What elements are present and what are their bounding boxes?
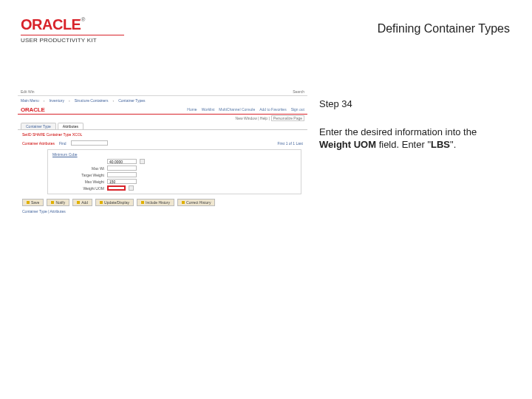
personalize-link[interactable]: Personalize Page <box>271 115 304 121</box>
brand-bar: ORACLE Home Worklist MultiChannel Consol… <box>18 105 307 114</box>
step-number: Step 34 <box>319 98 504 111</box>
crumb-main[interactable]: Main Menu <box>21 98 39 103</box>
instr-mid: field. Enter " <box>376 139 431 150</box>
sub-links: New Window | Help | Personalize Page <box>18 115 307 122</box>
instruction-body: Enter the desired information into the W… <box>319 126 504 151</box>
instr-value: LBS <box>431 139 450 150</box>
window-title-left: Edit Win <box>21 89 35 94</box>
form-box-title[interactable]: Minimum Cube <box>52 152 296 157</box>
min-cube-field[interactable]: 40.0000 <box>107 159 137 164</box>
notify-button-label: Notify <box>55 200 65 205</box>
include-history-button-label: Include History <box>146 200 170 205</box>
update-display-button-label: Update/Display <box>104 200 129 205</box>
add-button-label: Add <box>81 200 88 205</box>
attr-find[interactable]: Find <box>59 141 66 146</box>
save-button-label: Save <box>31 200 39 205</box>
page-tabs: Container Type Attributes <box>18 122 307 130</box>
weight-uom-field[interactable] <box>107 185 126 191</box>
upk-logo: ORACLE® USER PRODUCTIVITY KIT <box>21 16 124 44</box>
entity-header: SetID SHARE Container Type XCOL <box>18 130 307 139</box>
breadcrumb: Main Menu› Inventory› Structure Containe… <box>18 96 307 105</box>
upk-subtitle: USER PRODUCTIVITY KIT <box>21 37 124 44</box>
page-title: Defining Container Types <box>378 22 510 35</box>
max-wt-field[interactable]: 150 <box>107 179 137 184</box>
history-icon <box>141 201 144 204</box>
crumb-inventory[interactable]: Inventory <box>49 98 64 103</box>
oracle-brand: ORACLE <box>21 16 81 33</box>
form-box: Minimum Cube 40.0000 Max Wt Target Weigh… <box>47 149 301 194</box>
instr-field-name: Weight UOM <box>319 139 376 150</box>
update-display-button[interactable]: Update/Display <box>95 199 134 206</box>
lookup-icon[interactable] <box>140 159 145 164</box>
nav-fav[interactable]: Add to Favorites <box>259 107 286 112</box>
correct-icon <box>182 201 185 204</box>
crumb-container-types[interactable]: Container Types <box>118 98 145 103</box>
new-window-link[interactable]: New Window | Help | <box>236 116 270 120</box>
nav-signout[interactable]: Sign out <box>291 107 304 112</box>
button-row: Save Notify Add Update/Display Include H… <box>18 197 307 208</box>
nav-home[interactable]: Home <box>187 107 197 112</box>
target-wt-field[interactable] <box>107 172 137 177</box>
logo-rule <box>21 35 124 35</box>
registered-mark: ® <box>81 16 85 23</box>
weight-uom-lookup-icon[interactable] <box>129 185 134 191</box>
attr-label: Container Attributes <box>22 141 55 146</box>
correct-history-button-label: Correct History <box>186 200 211 205</box>
save-icon <box>27 201 30 204</box>
instruction-panel: Step 34 Enter the desired information in… <box>319 98 504 151</box>
notify-button[interactable]: Notify <box>47 199 69 206</box>
instr-pre: Enter the desired information into the <box>319 126 477 137</box>
max-wt-short-field[interactable] <box>107 166 137 171</box>
include-history-button[interactable]: Include History <box>137 199 174 206</box>
attr-selector[interactable] <box>71 140 108 146</box>
window-title-right: Search <box>293 89 304 94</box>
crumb-structure[interactable]: Structure Containers <box>75 98 109 103</box>
notify-icon <box>51 201 54 204</box>
max-wt-label: Max Weight <box>52 180 104 184</box>
add-button[interactable]: Add <box>72 199 92 206</box>
tab-container-type[interactable]: Container Type <box>21 123 56 129</box>
attr-nav: First 1 of 1 Last <box>278 141 303 146</box>
oracle-word: ORACLE® <box>21 16 124 33</box>
instr-post: ". <box>450 139 456 150</box>
target-wt-label: Target Weight <box>52 173 104 177</box>
tab-attributes[interactable]: Attributes <box>58 123 83 129</box>
bottom-tab-links[interactable]: Container Type | Attributes <box>18 208 307 215</box>
nav-worklist[interactable]: Worklist <box>202 107 215 112</box>
save-button[interactable]: Save <box>22 199 44 206</box>
add-icon <box>77 201 80 204</box>
app-screenshot: Edit Win Search Main Menu› Inventory› St… <box>18 87 307 213</box>
update-icon <box>100 201 103 204</box>
correct-history-button[interactable]: Correct History <box>177 199 215 206</box>
attr-header: Container Attributes Find First 1 of 1 L… <box>18 139 307 147</box>
max-wt-short-label: Max Wt <box>52 166 104 171</box>
nav-mcc[interactable]: MultiChannel Console <box>219 107 255 112</box>
weight-uom-label: Weight UOM <box>52 186 104 191</box>
app-oracle-logo: ORACLE <box>21 106 45 113</box>
window-title-bar: Edit Win Search <box>18 87 307 96</box>
